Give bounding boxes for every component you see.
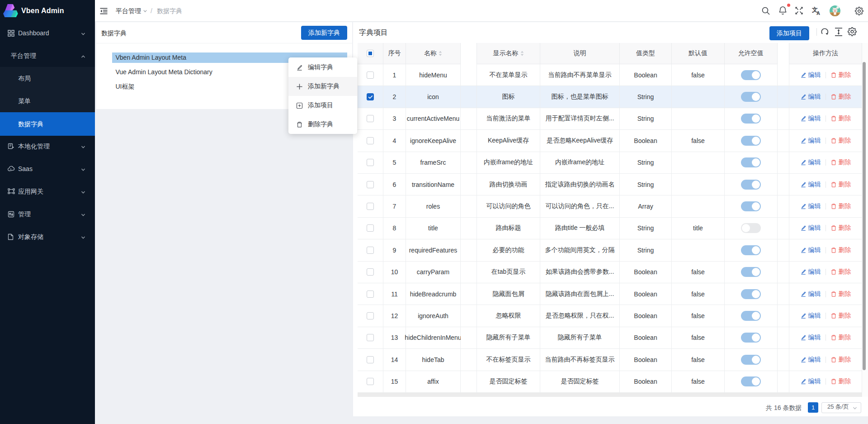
svg-text:A: A [816, 10, 820, 15]
